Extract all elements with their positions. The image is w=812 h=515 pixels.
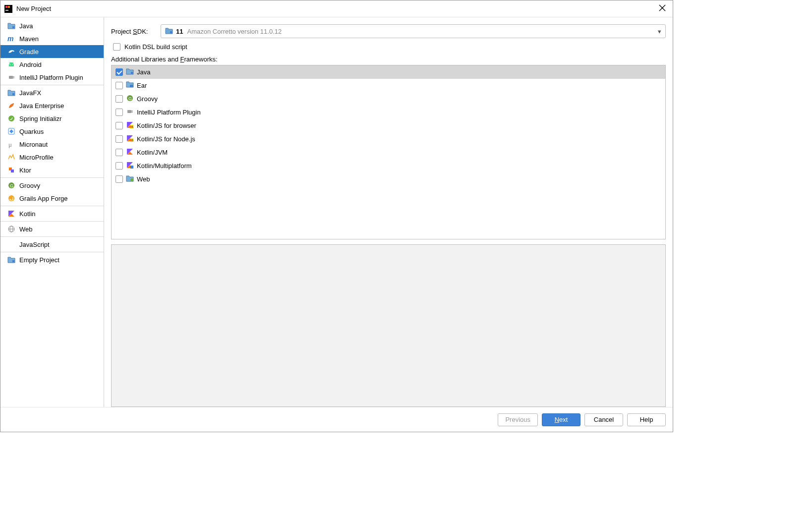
previous-button[interactable]: Previous (498, 413, 538, 426)
sidebar-item-label: Android (19, 61, 42, 68)
sidebar-item-groovy[interactable]: GGroovy (0, 179, 104, 192)
sidebar-item-maven[interactable]: mMaven (0, 32, 104, 45)
chevron-down-icon: ▾ (658, 28, 661, 35)
sidebar-item-intellij-platform-plugin[interactable]: IntelliJ Platform Plugin (0, 71, 104, 84)
groovy-icon: G (7, 181, 15, 189)
framework-label: Ear (137, 82, 147, 89)
svg-point-16 (8, 115, 14, 121)
leaf-icon (7, 102, 15, 110)
sidebar-item-javafx[interactable]: JavaFX (0, 86, 104, 99)
quarkus-icon (7, 127, 15, 135)
window-title: New Project (16, 5, 656, 12)
framework-checkbox[interactable] (116, 135, 123, 143)
close-icon[interactable] (656, 2, 669, 15)
sidebar-item-micronaut[interactable]: μMicronaut (0, 138, 104, 151)
project-sdk-dropdown[interactable]: 11 Amazon Corretto version 11.0.12 ▾ (161, 24, 666, 38)
framework-row-java[interactable]: Java (112, 65, 665, 79)
sidebar-item-label: Maven (19, 35, 39, 43)
cancel-button[interactable]: Cancel (584, 413, 623, 426)
svg-text:μ: μ (8, 141, 12, 148)
svg-rect-14 (13, 78, 14, 79)
none-icon (7, 240, 15, 248)
svg-rect-31 (170, 31, 172, 33)
framework-label: Java (137, 68, 150, 76)
sidebar-item-microprofile[interactable]: MicroProfile (0, 151, 104, 164)
spring-icon (7, 114, 15, 122)
framework-row-groovy[interactable]: GGroovy (112, 92, 665, 106)
sidebar-item-label: Groovy (19, 182, 40, 189)
wizard-footer: Previous Next Cancel Help (0, 407, 673, 432)
sidebar-item-empty-project[interactable]: Empty Project (0, 253, 104, 266)
sidebar-item-javascript[interactable]: JavaScript (0, 238, 104, 251)
kotlin-mp-icon (126, 161, 134, 171)
kotlin-js-icon: JS (126, 121, 134, 130)
titlebar: New Project (0, 0, 673, 17)
plug-icon (126, 108, 134, 117)
framework-label: Kotlin/Multiplatform (137, 162, 192, 170)
framework-row-kotlin-js-for-browser[interactable]: JSKotlin/JS for browser (112, 119, 665, 132)
kotlin-dsl-checkbox-row[interactable]: Kotlin DSL build script (111, 43, 666, 51)
sidebar-item-label: Web (19, 226, 33, 233)
framework-row-ear[interactable]: Ear (112, 79, 665, 92)
framework-label: Kotlin/JS for browser (137, 122, 196, 129)
sidebar-item-quarkus[interactable]: Quarkus (0, 125, 104, 138)
sidebar-item-label: Java (19, 22, 33, 30)
sidebar-item-android[interactable]: Android (0, 58, 104, 71)
sidebar-item-ktor[interactable]: Ktor (0, 164, 104, 176)
sidebar-item-label: MicroProfile (19, 154, 54, 161)
svg-point-8 (10, 64, 11, 65)
folder-icon (7, 89, 15, 97)
svg-point-9 (12, 64, 13, 65)
micronaut-icon: μ (7, 140, 15, 148)
svg-point-52 (130, 178, 133, 181)
svg-line-11 (12, 62, 13, 63)
svg-rect-30 (12, 260, 14, 262)
framework-label: IntelliJ Platform Plugin (137, 109, 201, 116)
framework-checkbox[interactable] (116, 162, 123, 170)
framework-row-kotlin-js-for-node-js[interactable]: JSKotlin/JS for Node.js (112, 132, 665, 146)
sidebar-item-java[interactable]: Java (0, 19, 104, 32)
grails-icon (7, 194, 15, 202)
svg-rect-36 (127, 110, 131, 113)
sidebar-item-label: Micronaut (19, 141, 48, 148)
framework-row-kotlin-multiplatform[interactable]: Kotlin/Multiplatform (112, 159, 665, 172)
framework-row-kotlin-jvm[interactable]: Kotlin/JVM (112, 146, 665, 159)
svg-marker-21 (11, 170, 14, 172)
framework-checkbox[interactable] (116, 175, 123, 183)
folder-icon (7, 22, 15, 30)
sidebar-item-web[interactable]: Web (0, 223, 104, 235)
sidebar-item-label: JavaFX (19, 89, 41, 97)
framework-checkbox[interactable] (116, 95, 123, 103)
groovy-icon: G (126, 94, 134, 104)
sidebar-item-grails-app-forge[interactable]: Grails App Forge (0, 192, 104, 205)
svg-rect-12 (9, 76, 13, 79)
next-button[interactable]: Next (542, 413, 580, 426)
framework-checkbox[interactable] (116, 68, 123, 76)
framework-row-intellij-platform-plugin[interactable]: IntelliJ Platform Plugin (112, 106, 665, 119)
sidebar-item-kotlin[interactable]: Kotlin (0, 207, 104, 220)
framework-checkbox[interactable] (116, 149, 123, 156)
framework-checkbox[interactable] (116, 122, 123, 129)
framework-checkbox[interactable] (116, 82, 123, 89)
sidebar-item-java-enterprise[interactable]: Java Enterprise (0, 99, 104, 112)
main-panel: Project SDK: 11 Amazon Corretto version … (104, 17, 673, 407)
project-sdk-label: Project SDK: (111, 28, 155, 35)
svg-text:G: G (128, 96, 132, 101)
svg-rect-2 (5, 10, 8, 11)
frameworks-list[interactable]: JavaEarGGroovyIntelliJ Platform PluginJS… (111, 65, 666, 239)
sidebar-item-label: Empty Project (19, 256, 59, 264)
sidebar-item-spring-initializr[interactable]: Spring Initializr (0, 112, 104, 125)
framework-row-web[interactable]: Web (112, 172, 665, 186)
sidebar-item-label: JavaScript (19, 241, 50, 248)
web-icon (126, 174, 134, 184)
sidebar-item-label: IntelliJ Platform Plugin (19, 74, 83, 81)
svg-rect-33 (130, 85, 133, 87)
sidebar-item-label: Kotlin (19, 210, 36, 218)
android-icon (7, 60, 15, 68)
kotlin-dsl-checkbox[interactable] (113, 43, 120, 51)
app-icon (4, 5, 12, 13)
framework-checkbox[interactable] (116, 109, 123, 116)
svg-rect-1 (5, 6, 7, 8)
sidebar-item-gradle[interactable]: Gradle (0, 45, 104, 58)
help-button[interactable]: Help (627, 413, 666, 426)
